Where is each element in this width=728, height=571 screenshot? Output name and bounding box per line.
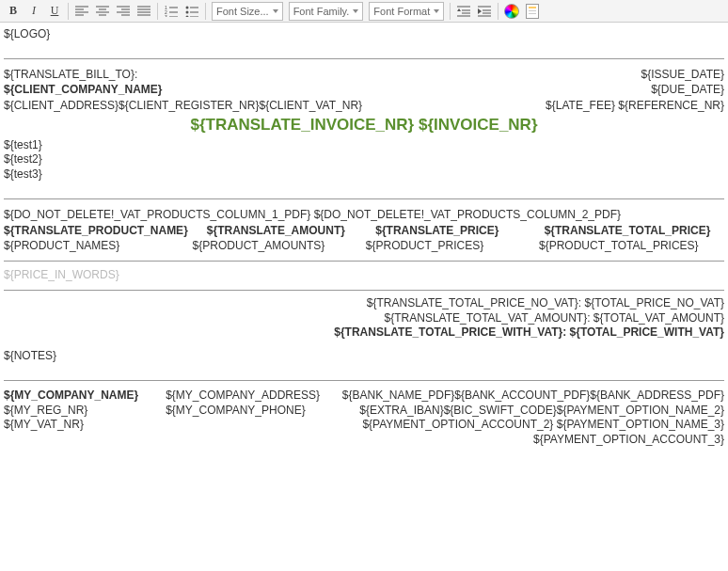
bank-line-1: ${BANK_NAME_PDF}${BANK_ACCOUNT_PDF}${BAN… <box>342 389 724 404</box>
separator <box>450 3 451 20</box>
my-vat-nr: ${MY_VAT_NR} <box>4 418 156 433</box>
test-3: ${test3} <box>4 167 724 182</box>
align-right-button[interactable] <box>114 2 133 21</box>
footer-col-contact: ${MY_COMPANY_ADDRESS} ${MY_COMPANY_PHONE… <box>166 389 333 447</box>
separator <box>157 3 158 20</box>
total-no-vat-line: ${TRANSLATE_TOTAL_PRICE_NO_VAT}: ${TOTAL… <box>4 296 724 311</box>
client-company-name: ${CLIENT_COMPANY_NAME} <box>4 82 162 97</box>
separator <box>205 3 206 20</box>
font-format-label: Font Format <box>373 6 430 17</box>
divider <box>4 380 724 381</box>
column-markers: ${DO_NOT_DELETE!_VAT_PRODUCTS_COLUMN_1_P… <box>4 207 724 222</box>
align-justify-button[interactable] <box>135 2 153 21</box>
editor-canvas[interactable]: ${LOGO} ${TRANSLATE_BILL_TO}: ${ISSUE_DA… <box>0 23 728 452</box>
font-family-select[interactable]: Font Family. <box>289 2 364 21</box>
chevron-down-icon <box>434 9 439 13</box>
palette-icon <box>504 4 519 19</box>
svg-text:3: 3 <box>165 14 167 17</box>
invoice-title: ${TRANSLATE_INVOICE_NR} ${INVOICE_NR} <box>4 115 724 136</box>
color-picker-button[interactable] <box>502 2 521 21</box>
divider <box>4 58 724 59</box>
th-product-name: ${TRANSLATE_PRODUCT_NAME} <box>4 223 188 238</box>
page-icon <box>526 4 539 19</box>
svg-point-24 <box>186 10 189 13</box>
svg-point-22 <box>186 6 189 8</box>
my-company-phone: ${MY_COMPANY_PHONE} <box>166 404 333 419</box>
indent-button[interactable] <box>475 2 494 21</box>
font-format-select[interactable]: Font Format <box>369 2 444 21</box>
font-size-label: Font Size... <box>216 6 269 17</box>
editor-toolbar: B I U 123 Font Size... Font Family. Font… <box>0 0 728 23</box>
logo-placeholder: ${LOGO} <box>4 26 724 41</box>
svg-marker-34 <box>478 8 482 14</box>
late-fee-ref: ${LATE_FEE} ${REFERENCE_NR} <box>546 98 724 113</box>
th-total: ${TRANSLATE_TOTAL_PRICE} <box>545 223 724 238</box>
my-reg-nr: ${MY_REG_NR} <box>4 404 156 419</box>
chevron-down-icon <box>353 9 358 13</box>
total-vat-amount-line: ${TRANSLATE_TOTAL_VAT_AMOUNT}: ${TOTAL_V… <box>4 311 724 326</box>
td-prices: ${PRODUCT_PRICES} <box>366 238 520 253</box>
test-1: ${test1} <box>4 138 724 153</box>
align-center-button[interactable] <box>93 2 112 21</box>
td-amounts: ${PRODUCT_AMOUNTS} <box>193 238 347 253</box>
footer-col-company: ${MY_COMPANY_NAME} ${MY_REG_NR} ${MY_VAT… <box>4 389 156 447</box>
align-left-button[interactable] <box>72 2 91 21</box>
font-size-select[interactable]: Font Size... <box>212 2 283 21</box>
header-line-3: ${CLIENT_ADDRESS}${CLIENT_REGISTER_NR}${… <box>4 98 724 113</box>
product-data-row: ${PRODUCT_NAMES} ${PRODUCT_AMOUNTS} ${PR… <box>4 238 724 253</box>
th-price: ${TRANSLATE_PRICE} <box>375 223 525 238</box>
td-totals: ${PRODUCT_TOTAL_PRICES} <box>539 238 724 253</box>
notes: ${NOTES} <box>4 348 724 363</box>
divider <box>4 261 724 262</box>
footer-col-bank: ${BANK_NAME_PDF}${BANK_ACCOUNT_PDF}${BAN… <box>342 389 724 447</box>
header-line-2: ${CLIENT_COMPANY_NAME} ${DUE_DATE} <box>4 82 724 97</box>
td-product-names: ${PRODUCT_NAMES} <box>4 238 174 253</box>
bold-button[interactable]: B <box>4 2 23 21</box>
client-identifiers: ${CLIENT_ADDRESS}${CLIENT_REGISTER_NR}${… <box>4 98 362 113</box>
my-company-name: ${MY_COMPANY_NAME} <box>4 389 156 404</box>
bank-line-3: ${PAYMENT_OPTION_ACCOUNT_2} ${PAYMENT_OP… <box>342 418 724 433</box>
totals-block: ${TRANSLATE_TOTAL_PRICE_NO_VAT}: ${TOTAL… <box>4 296 724 341</box>
outdent-button[interactable] <box>454 2 473 21</box>
svg-marker-29 <box>457 8 461 11</box>
product-header-row: ${TRANSLATE_PRODUCT_NAME} ${TRANSLATE_AM… <box>4 223 724 238</box>
bank-line-4: ${PAYMENT_OPTION_ACCOUNT_3} <box>342 433 724 448</box>
chevron-down-icon <box>273 9 278 13</box>
due-date: ${DUE_DATE} <box>651 82 724 97</box>
ordered-list-button[interactable]: 123 <box>162 2 181 21</box>
separator <box>498 3 499 20</box>
font-family-label: Font Family. <box>293 6 350 17</box>
header-line-1: ${TRANSLATE_BILL_TO}: ${ISSUE_DATE} <box>4 67 724 82</box>
bill-to-label: ${TRANSLATE_BILL_TO}: <box>4 67 137 82</box>
bank-line-2: ${EXTRA_IBAN}${BIC_SWIFT_CODE}${PAYMENT_… <box>342 404 724 419</box>
footer-block: ${MY_COMPANY_NAME} ${MY_REG_NR} ${MY_VAT… <box>4 389 724 447</box>
test-2: ${test2} <box>4 152 724 167</box>
divider <box>4 290 724 291</box>
my-company-address: ${MY_COMPANY_ADDRESS} <box>166 389 333 404</box>
divider <box>4 198 724 199</box>
total-with-vat-line: ${TRANSLATE_TOTAL_PRICE_WITH_VAT}: ${TOT… <box>4 325 724 341</box>
issue-date: ${ISSUE_DATE} <box>641 67 725 82</box>
insert-page-button[interactable] <box>523 2 542 21</box>
svg-point-26 <box>186 15 189 17</box>
underline-button[interactable]: U <box>45 2 64 21</box>
price-in-words: ${PRICE_IN_WORDS} <box>4 267 724 282</box>
separator <box>68 3 69 20</box>
th-amount: ${TRANSLATE_AMOUNT} <box>207 223 356 238</box>
italic-button[interactable]: I <box>24 2 43 21</box>
unordered-list-button[interactable] <box>182 2 201 21</box>
test-block: ${test1} ${test2} ${test3} <box>4 138 724 182</box>
